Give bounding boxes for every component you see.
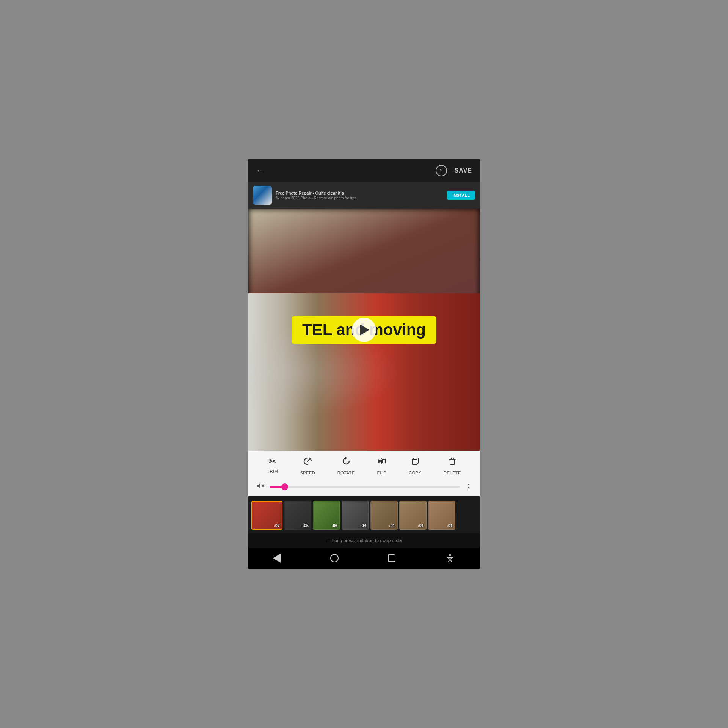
svg-rect-1 [382, 459, 385, 463]
trim-button[interactable]: ✂ TRIM [267, 456, 278, 475]
delete-icon [447, 456, 457, 468]
rotate-button[interactable]: ROTATE [337, 456, 355, 475]
swap-icon: ⇄ [325, 537, 332, 543]
flip-label: FLIP [377, 471, 386, 475]
ad-install-button[interactable]: INSTALL [447, 191, 475, 200]
timeline-clip-0[interactable]: :07 [251, 501, 282, 530]
timeline-clip-5[interactable]: :01 [399, 501, 427, 530]
ad-thumbnail [253, 186, 272, 205]
more-options-button[interactable]: ⋮ [464, 482, 472, 491]
swap-hint: ⇄ Long press and drag to swap order [248, 533, 480, 548]
clip-duration-4: :01 [389, 523, 395, 528]
nav-back-button[interactable] [273, 554, 281, 563]
clip-duration-6: :01 [447, 523, 453, 528]
svg-point-10 [449, 554, 451, 556]
speed-button[interactable]: SPEED [300, 456, 315, 475]
video-blur-overlay [248, 209, 480, 306]
rotate-icon [341, 456, 351, 468]
nav-accessibility-button[interactable] [445, 553, 455, 563]
svg-rect-2 [412, 459, 417, 464]
timeline-clip-3[interactable]: :04 [342, 501, 369, 530]
back-triangle-icon [273, 554, 281, 563]
timeline: :07:05:06:04:01:01:01 [248, 496, 480, 533]
edit-toolbar: ✂ TRIM SPEED [248, 451, 480, 496]
ad-title: Free Photo Repair - Quite clear it's [276, 191, 443, 195]
timeline-clip-6[interactable]: :01 [428, 501, 455, 530]
volume-row: ⋮ [256, 481, 472, 493]
nav-home-button[interactable] [330, 554, 339, 562]
back-button[interactable]: ← [256, 166, 264, 176]
clip-duration-0: :07 [274, 523, 280, 528]
svg-marker-7 [257, 483, 260, 488]
copy-button[interactable]: COPY [409, 456, 421, 475]
speed-icon [303, 456, 312, 468]
video-area: TEL and moving [248, 209, 480, 451]
volume-thumb[interactable] [281, 483, 288, 490]
swap-hint-text: Long press and drag to swap order [332, 538, 403, 543]
flip-button[interactable]: FLIP [377, 456, 387, 475]
trim-icon: ✂ [269, 456, 276, 467]
right-actions: ? SAVE [436, 165, 472, 176]
ad-subtitle: fix photo 2025 Photo - Restore old photo… [276, 196, 443, 200]
delete-button[interactable]: DELETE [444, 456, 461, 475]
recent-square-icon [388, 554, 395, 562]
nav-recent-button[interactable] [388, 554, 395, 562]
timeline-clip-1[interactable]: :05 [284, 501, 311, 530]
phone-container: ← ? SAVE Free Photo Repair - Quite clear… [248, 159, 480, 569]
top-bar: ← ? SAVE [248, 159, 480, 182]
copy-icon [410, 456, 420, 468]
mute-icon[interactable] [256, 481, 265, 493]
rotate-label: ROTATE [337, 471, 355, 475]
ad-text: Free Photo Repair - Quite clear it's fix… [276, 191, 443, 200]
ad-banner: Free Photo Repair - Quite clear it's fix… [248, 182, 480, 209]
trim-label: TRIM [267, 469, 278, 474]
bottom-nav [248, 548, 480, 569]
save-button[interactable]: SAVE [455, 167, 472, 174]
clip-duration-5: :01 [418, 523, 424, 528]
delete-label: DELETE [444, 471, 461, 475]
timeline-clip-4[interactable]: :01 [370, 501, 398, 530]
copy-label: COPY [409, 471, 421, 475]
clip-duration-3: :04 [360, 523, 366, 528]
flip-icon [377, 456, 387, 468]
timeline-clip-2[interactable]: :06 [313, 501, 340, 530]
volume-slider[interactable] [270, 486, 460, 488]
home-circle-icon [330, 554, 339, 562]
help-button[interactable]: ? [436, 165, 447, 176]
speed-label: SPEED [300, 471, 315, 475]
svg-rect-3 [450, 459, 455, 464]
clip-duration-2: :06 [331, 523, 337, 528]
toolbar-actions: ✂ TRIM SPEED [256, 456, 472, 475]
clip-duration-1: :05 [303, 523, 309, 528]
play-button[interactable] [352, 318, 376, 342]
